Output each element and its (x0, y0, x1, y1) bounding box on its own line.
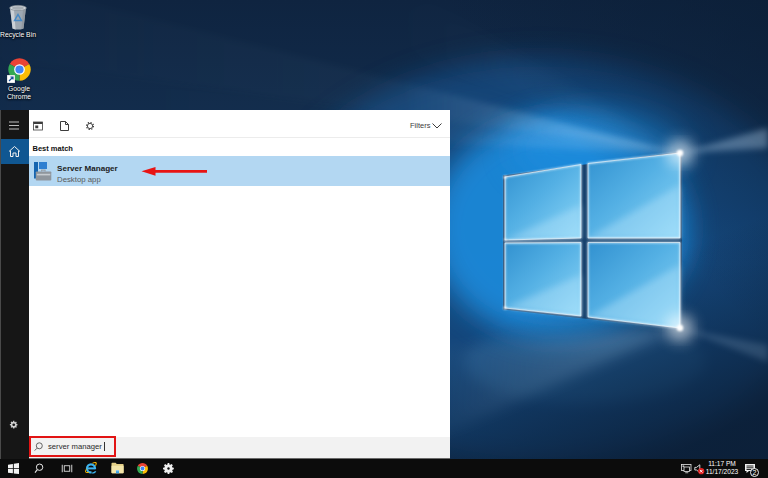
svg-text:2: 2 (753, 469, 757, 476)
